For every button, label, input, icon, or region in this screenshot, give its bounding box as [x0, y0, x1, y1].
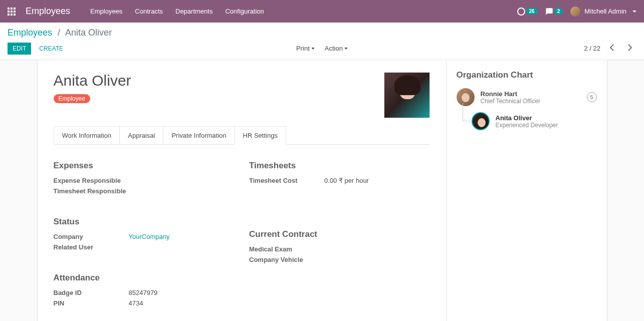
org-connector-line — [463, 103, 470, 121]
messages-count: 2 — [554, 8, 563, 15]
main-menu: Employees Contracts Departments Configur… — [90, 8, 264, 15]
employee-tag[interactable]: Employee — [54, 94, 90, 103]
form-sheet: Anita Oliver Employee Work Information A… — [37, 60, 607, 321]
breadcrumb-root[interactable]: Employees — [8, 28, 52, 38]
timesheet-responsible-value — [129, 187, 235, 195]
create-button[interactable]: CREATE — [34, 43, 68, 55]
org-manager-role: Chief Technical Officer — [481, 98, 581, 105]
employee-header: Anita Oliver Employee — [54, 72, 430, 118]
org-subordinate-count[interactable]: 5 — [587, 92, 597, 102]
company-vehicle-value — [324, 256, 430, 263]
employee-photo[interactable] — [384, 72, 430, 118]
org-manager[interactable]: Ronnie Hart Chief Technical Officer 5 — [457, 88, 597, 106]
attendance-title: Attendance — [54, 273, 235, 283]
user-menu[interactable]: Mitchell Admin — [570, 7, 636, 17]
caret-down-icon — [312, 48, 315, 50]
timesheets-title: Timesheets — [249, 161, 430, 171]
pager-prev-button[interactable] — [605, 42, 618, 55]
timesheet-cost-label: Timesheet Cost — [249, 177, 324, 184]
org-chart-panel: Organization Chart Ronnie Hart Chief Tec… — [447, 60, 607, 321]
tab-work-information[interactable]: Work Information — [54, 126, 120, 145]
pager-text[interactable]: 2 / 22 — [584, 45, 600, 52]
company-value[interactable]: YourCompany — [129, 233, 235, 240]
badge-id-label: Badge ID — [54, 289, 129, 296]
breadcrumb-separator: / — [58, 28, 60, 38]
current-contract-title: Current Contract — [249, 229, 430, 239]
menu-configuration[interactable]: Configuration — [225, 8, 264, 15]
tab-bar: Work Information Appraisal Private Infor… — [54, 126, 430, 145]
org-chart-title: Organization Chart — [457, 70, 597, 80]
caret-down-icon — [632, 11, 636, 13]
clock-icon — [517, 8, 525, 16]
chat-icon — [545, 8, 553, 16]
expense-responsible-label: Expense Responsible — [54, 177, 129, 184]
pager: 2 / 22 — [584, 42, 636, 55]
cp-left-buttons: EDIT CREATE — [8, 43, 68, 55]
menu-employees[interactable]: Employees — [90, 8, 122, 15]
brand-title[interactable]: Employees — [26, 6, 70, 17]
menu-contracts[interactable]: Contracts — [135, 8, 163, 15]
caret-down-icon — [345, 48, 348, 50]
employee-name: Anita Oliver — [54, 72, 384, 89]
avatar — [472, 112, 490, 130]
nav-right: 26 2 Mitchell Admin — [517, 7, 637, 17]
menu-departments[interactable]: Departments — [175, 8, 212, 15]
company-vehicle-label: Company Vehicle — [249, 256, 324, 263]
pin-value: 4734 — [129, 299, 235, 307]
action-dropdown[interactable]: Action — [325, 45, 348, 52]
org-current-name: Anita Oliver — [496, 114, 597, 122]
content: Anita Oliver Employee Work Information A… — [0, 60, 644, 321]
timesheet-responsible-label: Timesheet Responsible — [54, 187, 129, 195]
form-main: Anita Oliver Employee Work Information A… — [38, 60, 447, 321]
expenses-title: Expenses — [54, 161, 235, 171]
badge-id-value: 85247979 — [129, 289, 235, 296]
control-panel: Employees / Anita Oliver EDIT CREATE Pri… — [0, 23, 644, 60]
org-current[interactable]: Anita Oliver Experienced Developer — [472, 112, 597, 130]
company-label: Company — [54, 233, 129, 240]
edit-button[interactable]: EDIT — [8, 43, 31, 55]
activities-button[interactable]: 26 — [517, 8, 538, 16]
timesheet-cost-value: 0.00 ₹ per hour — [324, 177, 430, 184]
apps-icon[interactable] — [8, 8, 16, 16]
tab-appraisal[interactable]: Appraisal — [119, 126, 163, 145]
pager-next-button[interactable] — [623, 42, 636, 55]
user-avatar-icon — [570, 7, 580, 17]
status-title: Status — [54, 217, 235, 227]
messages-button[interactable]: 2 — [545, 8, 563, 16]
breadcrumb: Employees / Anita Oliver — [8, 28, 636, 38]
related-user-label: Related User — [54, 243, 129, 251]
chevron-right-icon — [627, 44, 632, 51]
tab-hr-settings[interactable]: HR Settings — [235, 126, 286, 145]
expense-responsible-value — [129, 177, 235, 184]
hr-col-right: Timesheets Timesheet Cost 0.00 ₹ per hou… — [249, 157, 430, 310]
activities-count: 26 — [526, 8, 538, 15]
related-user-value — [129, 243, 235, 251]
medical-exam-label: Medical Exam — [249, 245, 324, 253]
tab-private-information[interactable]: Private Information — [163, 126, 235, 145]
print-dropdown[interactable]: Print — [296, 45, 315, 52]
pin-label: PIN — [54, 299, 129, 307]
user-name: Mitchell Admin — [584, 8, 626, 15]
org-manager-name: Ronnie Hart — [481, 90, 581, 98]
org-current-role: Experienced Developer — [496, 122, 597, 129]
cp-center-actions: Print Action — [296, 45, 348, 52]
hr-settings-content: Expenses Expense Responsible Timesheet R… — [54, 157, 430, 310]
hr-col-left: Expenses Expense Responsible Timesheet R… — [54, 157, 235, 310]
medical-exam-value — [324, 245, 430, 253]
chevron-left-icon — [609, 44, 614, 51]
top-navbar: Employees Employees Contracts Department… — [0, 0, 644, 23]
breadcrumb-current: Anita Oliver — [65, 28, 112, 38]
